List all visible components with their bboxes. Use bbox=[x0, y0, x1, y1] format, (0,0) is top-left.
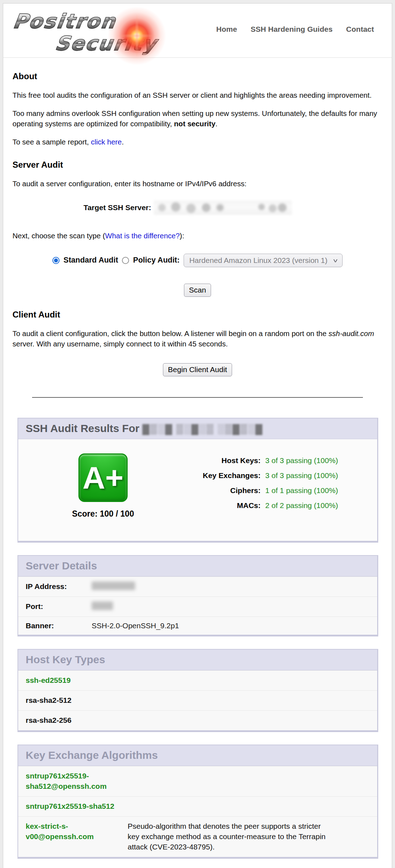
host-key-row: ssh-ed25519 bbox=[18, 670, 377, 690]
grade-column: A+ Score: 100 / 100 bbox=[50, 453, 157, 519]
client-audit-title: Client Audit bbox=[12, 310, 385, 320]
key-exchange-header: Key Exchange Algorithms bbox=[18, 745, 377, 766]
server-details-header: Server Details bbox=[18, 556, 377, 577]
kex-name: kex-strict-s-v00@openssh.com bbox=[26, 821, 119, 852]
about-paragraph-3: To see a sample report, click here. bbox=[10, 137, 385, 147]
client-audit-domain: ssh-audit.com bbox=[329, 329, 374, 337]
about-p3-text: To see a sample report, bbox=[12, 138, 91, 146]
policy-select-value: Hardened Amazon Linux 2023 (version 1) bbox=[189, 256, 328, 265]
kex-note: Pseudo-algorithm that denotes the peer s… bbox=[128, 821, 333, 852]
port-value-redacted bbox=[92, 601, 113, 612]
client-audit-intro: To audit a client configuration, click t… bbox=[10, 328, 385, 349]
nav-contact[interactable]: Contact bbox=[346, 25, 374, 34]
client-audit-text: To audit a client configuration, click t… bbox=[12, 329, 329, 337]
host-key-row: rsa-sha2-256 bbox=[18, 710, 377, 730]
about-p3-end: . bbox=[122, 138, 124, 146]
stat-row-key-exchanges: Key Exchanges: 3 of 3 passing (100%) bbox=[180, 471, 338, 480]
stat-value: 1 of 1 passing (100%) bbox=[265, 486, 338, 495]
redacted-port-blob bbox=[92, 601, 113, 610]
kex-note bbox=[128, 771, 333, 792]
logo-text-line1: Positron bbox=[12, 11, 118, 31]
kex-row: kex-strict-s-v00@openssh.com Pseudo-algo… bbox=[18, 816, 377, 857]
server-details-panel: Server Details IP Address: Port: Banner:… bbox=[17, 555, 378, 636]
results-body: A+ Score: 100 / 100 Host Keys: 3 of 3 pa… bbox=[18, 439, 377, 541]
server-audit-title: Server Audit bbox=[12, 160, 385, 170]
stat-value: 2 of 2 passing (100%) bbox=[265, 501, 338, 510]
positron-security-logo[interactable]: Positron Security bbox=[13, 11, 181, 54]
chevron-down-icon: v bbox=[334, 257, 338, 263]
scan-type-text: Next, choose the scan type ( bbox=[12, 232, 105, 240]
detail-row-banner: Banner: SSH-2.0-OpenSSH_9.2p1 bbox=[18, 616, 377, 635]
ssh-audit-results-panel: SSH Audit Results For ▓▒░▓ ▒░▓░▒ ░▒▓▒░▓ … bbox=[17, 418, 378, 543]
host-key-name: rsa-sha2-512 bbox=[26, 695, 119, 706]
about-p2-end: . bbox=[215, 120, 217, 128]
scan-type-prompt: Next, choose the scan type (What is the … bbox=[10, 230, 385, 241]
detail-row-port: Port: bbox=[18, 597, 377, 616]
server-audit-intro: To audit a server configuration, enter i… bbox=[10, 178, 385, 189]
target-ssh-server-label: Target SSH Server: bbox=[10, 203, 154, 212]
ip-address-label: IP Address: bbox=[26, 582, 86, 591]
target-ssh-server-row: Target SSH Server: bbox=[10, 200, 385, 215]
kex-name: sntrup761x25519-sha512@openssh.com bbox=[26, 771, 119, 792]
policy-audit-radio[interactable] bbox=[122, 257, 129, 264]
about-p2-bold: not security bbox=[174, 120, 215, 128]
kex-name: sntrup761x25519-sha512 bbox=[26, 801, 119, 812]
stat-label: Ciphers: bbox=[180, 486, 261, 495]
scan-button[interactable]: Scan bbox=[184, 284, 211, 297]
about-paragraph-2: Too many admins overlook SSH configurati… bbox=[10, 108, 385, 129]
site-header: Positron Security Home SSH Hardening Gui… bbox=[3, 4, 392, 58]
scan-type-row: Standard Audit Policy Audit: Hardened Am… bbox=[10, 254, 385, 267]
results-panel-header: SSH Audit Results For ▓▒░▓ ▒░▓░▒ ░▒▓▒░▓ bbox=[18, 418, 377, 439]
section-divider bbox=[32, 397, 363, 398]
about-paragraph-1: This free tool audits the configuration … bbox=[10, 90, 385, 100]
client-audit-end: server. With any username, simply connec… bbox=[12, 340, 228, 348]
banner-value: SSH-2.0-OpenSSH_9.2p1 bbox=[92, 621, 179, 630]
stat-row-macs: MACs: 2 of 2 passing (100%) bbox=[180, 501, 338, 510]
main-nav: Home SSH Hardening Guides Contact bbox=[216, 25, 374, 34]
nav-home[interactable]: Home bbox=[216, 25, 237, 34]
banner-label: Banner: bbox=[26, 621, 86, 630]
stat-value: 3 of 3 passing (100%) bbox=[265, 471, 338, 480]
stat-label: MACs: bbox=[180, 501, 261, 510]
host-key-name: rsa-sha2-256 bbox=[26, 715, 119, 726]
kex-row: sntrup761x25519-sha512@openssh.com bbox=[18, 766, 377, 796]
key-exchange-panel: Key Exchange Algorithms sntrup761x25519-… bbox=[17, 745, 378, 859]
host-key-row: rsa-sha2-512 bbox=[18, 690, 377, 710]
standard-audit-radio[interactable] bbox=[52, 257, 60, 264]
policy-select[interactable]: Hardened Amazon Linux 2023 (version 1) v bbox=[184, 254, 343, 267]
starburst-icon bbox=[107, 3, 167, 69]
host-key-types-panel: Host Key Types ssh-ed25519 rsa-sha2-512 … bbox=[17, 649, 378, 732]
stat-row-ciphers: Ciphers: 1 of 1 passing (100%) bbox=[180, 486, 338, 495]
host-key-types-header: Host Key Types bbox=[18, 650, 377, 670]
redacted-hostname: ▓▒░▓ ▒░▓░▒ ░▒▓▒░▓ bbox=[142, 423, 263, 434]
host-key-name: ssh-ed25519 bbox=[26, 675, 119, 686]
results-stats: Host Keys: 3 of 3 passing (100%) Key Exc… bbox=[180, 456, 338, 519]
about-title: About bbox=[12, 71, 385, 81]
target-ssh-server-input[interactable] bbox=[154, 200, 292, 215]
stat-row-host-keys: Host Keys: 3 of 3 passing (100%) bbox=[180, 456, 338, 465]
grade-badge: A+ bbox=[78, 453, 128, 502]
results-title-text: SSH Audit Results For bbox=[26, 422, 139, 434]
nav-ssh-hardening-guides[interactable]: SSH Hardening Guides bbox=[251, 25, 333, 34]
detail-row-ip: IP Address: bbox=[18, 577, 377, 597]
main-content-card: Positron Security Home SSH Hardening Gui… bbox=[3, 3, 392, 868]
standard-audit-label: Standard Audit bbox=[63, 256, 118, 265]
ip-address-value-redacted bbox=[92, 582, 135, 592]
stat-label: Host Keys: bbox=[180, 456, 261, 465]
sample-report-link[interactable]: click here bbox=[91, 138, 122, 146]
stat-label: Key Exchanges: bbox=[180, 471, 261, 480]
policy-audit-label: Policy Audit: bbox=[133, 256, 180, 265]
port-label: Port: bbox=[26, 602, 86, 611]
kex-note bbox=[128, 801, 333, 812]
scan-type-end: ): bbox=[180, 232, 184, 240]
redacted-ip-blob bbox=[92, 582, 135, 590]
begin-client-audit-button[interactable]: Begin Client Audit bbox=[163, 363, 232, 376]
stat-value: 3 of 3 passing (100%) bbox=[265, 456, 338, 465]
score-label: Score: 100 / 100 bbox=[72, 509, 134, 519]
what-is-difference-link[interactable]: What is the difference? bbox=[105, 232, 180, 240]
kex-row: sntrup761x25519-sha512 bbox=[18, 796, 377, 816]
